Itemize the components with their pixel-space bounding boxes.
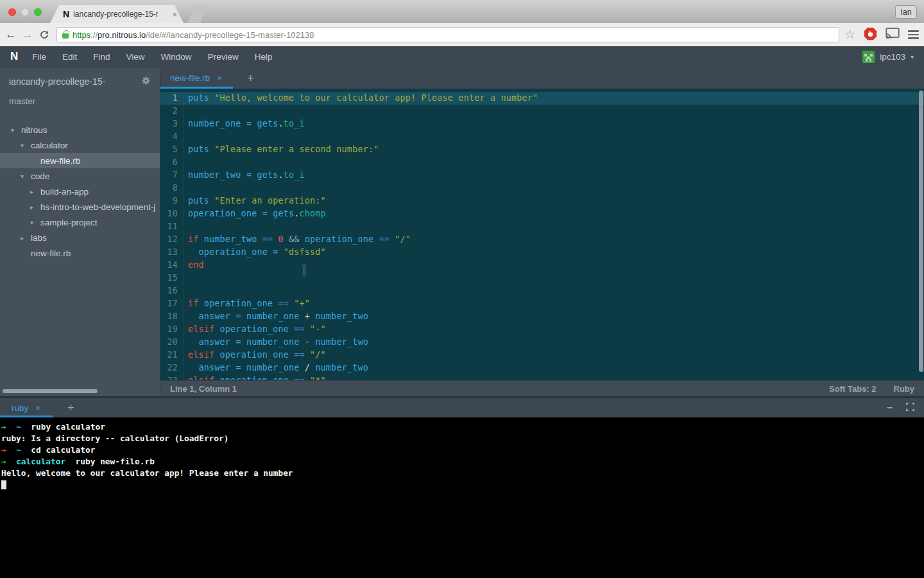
menu-help[interactable]: Help	[255, 52, 273, 62]
minimize-terminal-icon[interactable]: −	[887, 402, 893, 414]
code-line[interactable]: 4	[160, 130, 924, 143]
menu-file[interactable]: File	[32, 52, 46, 62]
adblock-icon[interactable]	[864, 27, 877, 43]
terminal[interactable]: → ~ ruby calculatorruby: Is a directory …	[0, 417, 924, 578]
tree-item-build-an-app[interactable]: ▸build-an-app	[0, 184, 160, 199]
url-separator: ://	[90, 30, 98, 40]
menu-preview[interactable]: Preview	[208, 52, 239, 62]
code-line[interactable]: 13 operation_one = "dsfssd"	[160, 246, 924, 259]
menu-window[interactable]: Window	[161, 52, 192, 62]
code-line[interactable]: 22 answer = number_one / number_two	[160, 362, 924, 374]
user-menu[interactable]: ipc103 ▾	[862, 51, 924, 63]
soft-tabs-setting[interactable]: Soft Tabs: 2	[829, 384, 876, 394]
terminal-tab-ruby[interactable]: ruby ×	[0, 398, 53, 417]
url-path: /ide/#/iancandy-precollege-15-master-102…	[146, 30, 314, 40]
chevron-right-icon[interactable]: ▸	[30, 188, 40, 195]
tree-item-sample-project[interactable]: ▾sample-project	[0, 215, 160, 230]
tree-item-calculator[interactable]: ▾calculator	[0, 137, 160, 153]
new-tab-button[interactable]	[187, 6, 207, 23]
nitrous-logo[interactable]: N	[10, 50, 18, 63]
chevron-down-icon[interactable]: ▾	[30, 219, 40, 226]
code-line[interactable]: 20 answer = number_one - number_two	[160, 336, 924, 349]
new-editor-tab-icon[interactable]: +	[247, 71, 254, 85]
cast-icon[interactable]	[886, 28, 900, 42]
tree-item-new-file.rb[interactable]: new-file.rb	[0, 153, 160, 168]
line-number: 2	[160, 105, 178, 118]
browser-tab[interactable]: N iancandy-precollege-15-ma ×	[50, 5, 184, 23]
editor-tabbar: new-file.rb × +	[160, 67, 924, 89]
code-line[interactable]: 8	[160, 182, 924, 195]
address-bar[interactable]: https://pro.nitrous.io/ide/#/iancandy-pr…	[56, 27, 839, 42]
code-line[interactable]: 2	[160, 105, 924, 118]
language-mode[interactable]: Ruby	[894, 384, 915, 394]
tree-item-new-file.rb[interactable]: new-file.rb	[0, 245, 160, 261]
code-line[interactable]: 19elsif operation_one == "-"	[160, 323, 924, 336]
code-line[interactable]: 17if operation_one == "+"	[160, 297, 924, 310]
project-settings-gear-icon[interactable]	[141, 76, 151, 88]
code-line[interactable]: 21elsif operation_one == "/"	[160, 349, 924, 362]
url-host: pro.nitrous.io	[98, 30, 146, 40]
code-line[interactable]: 16	[160, 285, 924, 297]
chevron-right-icon[interactable]: ▸	[21, 234, 31, 241]
cursor-position: Line 1, Column 1	[170, 384, 237, 394]
code-line[interactable]: 23elsif operation_one == "*"	[160, 374, 924, 380]
code-line[interactable]: 1puts "Hello, welcome to our calculator …	[160, 92, 924, 105]
tree-item-label: sample-project	[40, 218, 98, 227]
close-tab-icon[interactable]: ×	[172, 10, 177, 19]
terminal-line: → ~ ruby calculator	[1, 421, 924, 433]
chrome-profile-button[interactable]: Ian	[895, 5, 917, 19]
code-line[interactable]: 3number_one = gets.to_i	[160, 118, 924, 130]
tree-item-labs[interactable]: ▸labs	[0, 230, 160, 245]
menu-edit[interactable]: Edit	[62, 52, 77, 62]
zoom-window-button[interactable]	[34, 8, 42, 16]
menu-view[interactable]: View	[126, 52, 145, 62]
code-editor[interactable]: 1puts "Hello, welcome to our calculator …	[160, 89, 924, 380]
new-terminal-tab-icon[interactable]: +	[67, 401, 74, 415]
tree-item-hs-intro-to-web-development-j[interactable]: ▸hs-intro-to-web-development-j	[0, 199, 160, 215]
code-line[interactable]: 7number_two = gets.to_i	[160, 169, 924, 182]
terminal-line: ruby: Is a directory -- calculator (Load…	[1, 433, 924, 444]
line-number: 4	[160, 130, 178, 143]
expand-terminal-icon[interactable]	[905, 402, 915, 414]
sidebar-horizontal-scrollbar[interactable]	[3, 389, 98, 393]
tree-item-code[interactable]: ▾code	[0, 168, 160, 184]
line-number: 20	[160, 336, 178, 349]
nitrous-favicon: N	[63, 9, 69, 19]
chevron-down-icon[interactable]: ▾	[11, 127, 21, 134]
window-controls	[8, 8, 42, 16]
line-number: 6	[160, 156, 178, 169]
code-line[interactable]: 6	[160, 156, 924, 169]
code-line[interactable]: 5puts "Please enter a second number:"	[160, 143, 924, 156]
code-line[interactable]: 12if number_two == 0 && operation_one ==…	[160, 233, 924, 246]
forward-icon[interactable]: →	[19, 28, 36, 41]
chrome-menu-icon[interactable]	[908, 30, 919, 39]
code-line[interactable]: 15	[160, 272, 924, 285]
minimize-window-button[interactable]	[21, 8, 29, 16]
project-name: iancandy-precollege-15-	[9, 76, 105, 87]
code-line[interactable]: 11	[160, 220, 924, 233]
ssl-lock-icon[interactable]	[62, 33, 69, 39]
editor-scrollbar[interactable]	[919, 91, 923, 372]
bookmark-star-icon[interactable]: ☆	[844, 27, 855, 42]
chevron-down-icon[interactable]: ▾	[21, 142, 31, 149]
menu-find[interactable]: Find	[93, 52, 110, 62]
sidebar-header: iancandy-precollege-15- master	[0, 67, 160, 116]
terminal-cursor	[1, 480, 6, 489]
line-number: 8	[160, 182, 178, 195]
tree-item-nitrous[interactable]: ▾nitrous	[0, 122, 160, 137]
code-line[interactable]: 14end	[160, 259, 924, 272]
close-terminal-tab-icon[interactable]: ×	[35, 403, 40, 413]
chevron-down-icon[interactable]: ▾	[21, 173, 31, 180]
tree-item-label: new-file.rb	[31, 249, 71, 258]
back-icon[interactable]: ←	[3, 28, 19, 41]
editor-tab-new-file[interactable]: new-file.rb ×	[160, 67, 233, 89]
line-number: 15	[160, 272, 178, 285]
line-number: 18	[160, 310, 178, 323]
code-line[interactable]: 9puts "Enter an operation:"	[160, 195, 924, 207]
close-window-button[interactable]	[8, 8, 16, 16]
code-line[interactable]: 10operation_one = gets.chomp	[160, 207, 924, 220]
chevron-right-icon[interactable]: ▸	[30, 204, 40, 211]
close-editor-tab-icon[interactable]: ×	[217, 73, 222, 83]
code-line[interactable]: 18 answer = number_one + number_two	[160, 310, 924, 323]
reload-icon[interactable]	[36, 30, 53, 40]
